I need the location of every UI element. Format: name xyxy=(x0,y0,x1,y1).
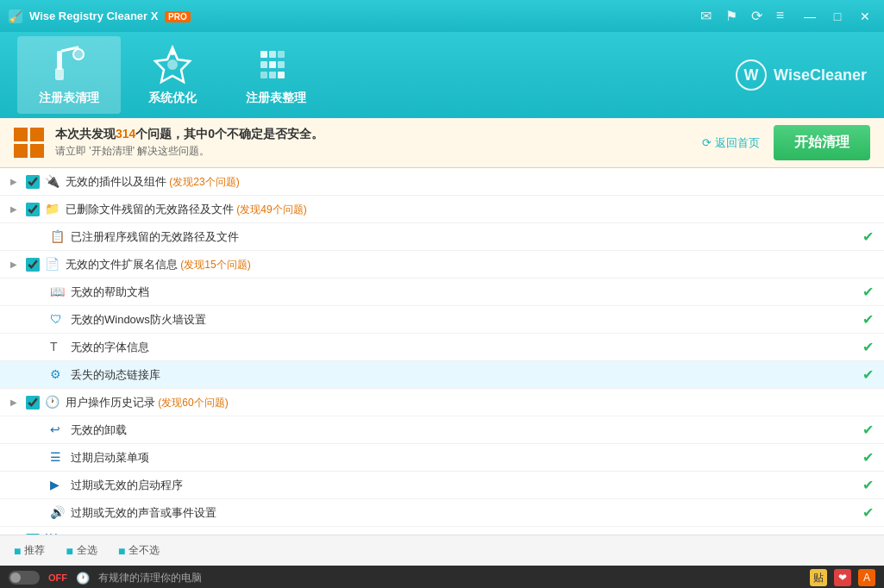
row-label: 已删除文件残留的无效路径及文件 (发现49个问题) xyxy=(66,202,874,217)
svg-rect-13 xyxy=(269,61,276,68)
recommend-button[interactable]: ■ 推荐 xyxy=(14,543,45,558)
statusbar: OFF 🕐 有规律的清理你的电脑 贴 ❤ A xyxy=(0,566,884,588)
svg-rect-14 xyxy=(278,61,285,68)
row-label: 无效的插件以及组件 (发现23个问题) xyxy=(66,174,874,190)
plug-icon: 🔌 xyxy=(45,174,60,190)
issue-count: (发现15个问题) xyxy=(178,259,251,271)
refresh-icon[interactable]: ⟳ xyxy=(751,8,762,24)
deselect-all-button[interactable]: ■ 全不选 xyxy=(118,543,160,558)
row-checkbox[interactable] xyxy=(26,203,40,216)
shield-icon: 🛡 xyxy=(50,312,66,328)
svg-point-7 xyxy=(167,59,178,70)
row-label: 过期启动菜单项 xyxy=(71,450,857,466)
folder-icon: 📁 xyxy=(45,202,60,217)
table-row: ▶📄无效的文件扩展名信息 (发现15个问题) xyxy=(0,251,884,278)
image-icon: 🖼 xyxy=(45,533,60,535)
svg-rect-9 xyxy=(260,51,267,58)
banner-text: 本次共发现314个问题，其中0个不确定是否安全。 请立即 '开始清理' 解决这些… xyxy=(55,127,692,159)
nav-registry-clean[interactable]: 注册表清理 xyxy=(17,36,121,114)
registry-defrag-icon xyxy=(255,44,297,85)
row-label: 用户操作历史记录 (发现60个问题) xyxy=(66,395,874,410)
row-label: 无效的Windows防火墙设置 xyxy=(71,312,857,328)
navbar: 注册表清理 系统优化 注册表整理 W WiseCleaner xyxy=(0,32,884,118)
wisecleaner-brand: W WiseCleaner xyxy=(736,59,867,91)
statusbar-icon-app[interactable]: A xyxy=(858,569,875,586)
svg-rect-15 xyxy=(260,72,267,78)
expand-arrow[interactable]: ▶ xyxy=(10,204,21,214)
close-button[interactable]: ✕ xyxy=(853,6,877,27)
issue-count: (发现2个问题) xyxy=(110,535,178,535)
startmenu-icon: ☰ xyxy=(50,450,66,466)
content-area: ▶🔌无效的插件以及组件 (发现23个问题)▶📁已删除文件残留的无效路径及文件 (… xyxy=(0,168,884,535)
row-label: 映像劫持 (发现2个问题) xyxy=(66,533,874,535)
row-label: 丢失的动态链接库 xyxy=(71,367,857,383)
ok-checkmark-icon: ✔ xyxy=(862,366,874,383)
ok-checkmark-icon: ✔ xyxy=(862,477,874,493)
svg-rect-16 xyxy=(269,72,276,78)
flag-icon[interactable]: ⚑ xyxy=(725,8,737,24)
svg-rect-3 xyxy=(55,68,64,80)
table-row: ▶过期或无效的启动程序✔ xyxy=(0,472,884,499)
issue-count: (发现49个问题) xyxy=(234,203,307,216)
row-label: 过期或无效的声音或事件设置 xyxy=(71,505,857,521)
schedule-text: 有规律的清理你的电脑 xyxy=(98,571,801,585)
row-label: 过期或无效的启动程序 xyxy=(71,478,857,493)
doc-icon: 📖 xyxy=(50,285,66,300)
rows-container: ▶🔌无效的插件以及组件 (发现23个问题)▶📁已删除文件残留的无效路径及文件 (… xyxy=(0,168,884,535)
row-label: 无效的文件扩展名信息 (发现15个问题) xyxy=(66,257,874,272)
minimize-button[interactable]: — xyxy=(798,6,822,27)
table-row: ↩无效的卸载✔ xyxy=(0,416,884,444)
menu-icon[interactable]: ≡ xyxy=(776,8,784,24)
nav-registry-defrag[interactable]: 注册表整理 xyxy=(224,36,328,114)
maximize-button[interactable]: □ xyxy=(825,6,850,27)
row-checkbox[interactable] xyxy=(26,534,40,535)
banner-subtitle: 请立即 '开始清理' 解决这些问题。 xyxy=(55,144,692,159)
dll-icon: ⚙ xyxy=(50,367,66,383)
startup-icon: ▶ xyxy=(50,478,66,493)
row-checkbox[interactable] xyxy=(26,175,40,189)
ok-checkmark-icon: ✔ xyxy=(862,449,874,466)
wisecleaner-logo: W xyxy=(736,59,767,91)
svg-text:🧹: 🧹 xyxy=(9,9,23,24)
banner-title: 本次共发现314个问题，其中0个不确定是否安全。 xyxy=(55,127,692,142)
history-icon: 🕐 xyxy=(45,395,60,410)
nav-registry-clean-label: 注册表清理 xyxy=(39,91,99,106)
ok-checkmark-icon: ✔ xyxy=(862,311,874,328)
svg-rect-17 xyxy=(278,72,285,78)
system-optimize-icon xyxy=(152,44,193,85)
row-label: 无效的卸载 xyxy=(71,422,857,438)
svg-point-8 xyxy=(170,50,175,55)
titlebar: 🧹 Wise Registry Cleaner X PRO ✉ ⚑ ⟳ ≡ — … xyxy=(0,0,884,32)
ok-checkmark-icon: ✔ xyxy=(862,284,874,300)
select-all-button[interactable]: ■ 全选 xyxy=(66,543,97,558)
expand-arrow[interactable]: ▶ xyxy=(10,397,21,407)
svg-rect-10 xyxy=(269,51,276,58)
start-clean-button[interactable]: 开始清理 xyxy=(774,125,870,160)
svg-rect-11 xyxy=(278,51,285,58)
return-home-button[interactable]: ⟳ 返回首页 xyxy=(702,135,760,151)
window-controls: — □ ✕ xyxy=(798,6,877,27)
expand-arrow[interactable]: ▶ xyxy=(10,260,21,269)
ext-icon: 📄 xyxy=(45,257,60,272)
row-checkbox[interactable] xyxy=(26,396,40,410)
statusbar-icon-pin[interactable]: 贴 xyxy=(810,569,827,586)
banner-icon xyxy=(14,128,45,159)
svg-rect-2 xyxy=(57,51,62,70)
mail-icon[interactable]: ✉ xyxy=(700,8,712,24)
statusbar-icon-heart[interactable]: ❤ xyxy=(834,569,851,586)
schedule-toggle[interactable] xyxy=(9,571,40,585)
pro-badge: PRO xyxy=(165,11,191,22)
table-row: ▶🕐用户操作历史记录 (发现60个问题) xyxy=(0,389,884,416)
expand-arrow[interactable]: ▶ xyxy=(10,177,21,186)
table-row: ▶🔌无效的插件以及组件 (发现23个问题) xyxy=(0,168,884,196)
row-checkbox[interactable] xyxy=(26,258,40,272)
table-row: ⚙丢失的动态链接库✔ xyxy=(0,361,884,389)
reg-icon: 📋 xyxy=(50,229,66,245)
refresh-small-icon: ⟳ xyxy=(702,136,712,149)
table-row: ▶📁已删除文件残留的无效路径及文件 (发现49个问题) xyxy=(0,196,884,223)
nav-system-optimize[interactable]: 系统优化 xyxy=(121,36,224,114)
app-title: Wise Registry Cleaner X PRO xyxy=(29,9,700,22)
clock-icon: 🕐 xyxy=(76,572,90,585)
toggle-knob xyxy=(10,572,21,583)
issue-count: (发现23个问题) xyxy=(166,176,240,188)
